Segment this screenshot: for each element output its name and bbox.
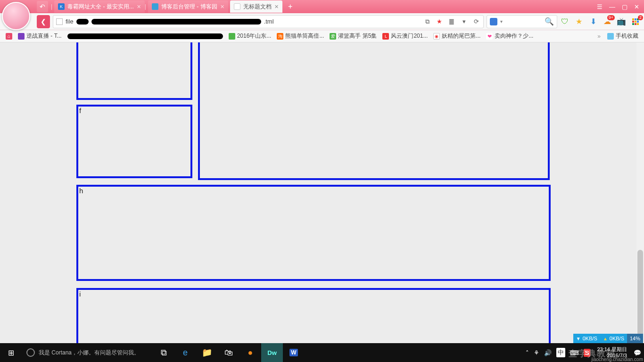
search-engine-icon — [490, 18, 497, 25]
notifications-icon[interactable]: 💬 — [634, 349, 641, 356]
bookmark-item[interactable]: 逆战直播 - T... — [16, 32, 64, 41]
vertical-scrollbar[interactable] — [636, 42, 644, 343]
windows-taskbar: ⊞ 我是 Cortana，小娜。有问题尽管问我。 ⧉ e 📁 🛍 ● Dw W … — [0, 343, 644, 362]
upload-speed: ▲0KB/S — [600, 334, 627, 343]
bookmark-star-icon[interactable]: ★ — [574, 17, 584, 26]
tv-icon[interactable]: 📺 — [617, 17, 626, 26]
titlebar-nav: ↶ | — [37, 1, 52, 12]
new-tab-button[interactable]: + — [285, 1, 296, 12]
overflow-chevron-icon[interactable]: » — [594, 33, 603, 40]
down-arrow-icon: ▼ — [576, 336, 581, 341]
refresh-icon[interactable]: ⟳ — [472, 17, 480, 26]
cortana-search[interactable]: 我是 Cortana，小娜。有问题尽管问我。 — [22, 343, 144, 362]
extension-icons: 🛡 ★ ⬇ ☁ 9+ 📺 2 — [560, 17, 640, 26]
bookmark-label: 逆战直播 - T... — [26, 32, 62, 40]
minimize-icon[interactable]: — — [609, 3, 615, 10]
bookmarks-bar: ⌂ 逆战直播 - T... 2016年山东... 淘熊猫单筒高倍... 爱灌篮高… — [0, 30, 644, 42]
layout-box-f: f — [76, 105, 192, 178]
home-bookmark[interactable]: ⌂ — [4, 32, 14, 41]
back-button[interactable]: ❮ — [37, 15, 50, 28]
separator: | — [145, 3, 146, 10]
window-controls: ☰ — ▢ ✕ — [594, 0, 642, 13]
bookmark-label: 风云澳门201... — [391, 32, 428, 40]
ime-indicator[interactable]: 中 — [556, 348, 565, 357]
bookmark-item[interactable]: 爱灌篮高手 第5集 — [328, 32, 379, 41]
undo-icon[interactable]: ↶ — [37, 1, 48, 12]
task-view-icon[interactable]: ⧉ — [153, 343, 174, 362]
tab-title: 博客后台管理 - 博客园 — [161, 3, 217, 11]
bookmark-item[interactable]: ◉妖精的尾巴第... — [431, 32, 482, 41]
page-viewport: f h i — [0, 42, 636, 343]
close-icon[interactable]: ✕ — [274, 4, 279, 10]
file-explorer-icon[interactable]: 📁 — [196, 343, 218, 362]
browser-app-icon[interactable]: ● — [239, 343, 261, 362]
start-button[interactable]: ⊞ — [0, 343, 22, 362]
apps-grid-icon[interactable]: 2 — [631, 17, 640, 26]
bookmark-item[interactable]: 2016年山东... — [227, 32, 273, 41]
redacted-text — [67, 33, 223, 39]
cloud-icon[interactable]: ☁ 9+ — [603, 17, 612, 26]
bookmark-item[interactable]: ❤卖肉神作？少... — [484, 32, 535, 41]
url-right-controls: ⧉ ★ ䷀ ▾ ⟳ — [423, 17, 480, 26]
bookmark-item[interactable]: L风云澳门201... — [380, 32, 429, 41]
bookmark-label: 妖精的尾巴第... — [442, 32, 480, 40]
watermark-url: jiaocheng.chazidian.com — [591, 357, 643, 362]
volume-icon[interactable]: 🔊 — [544, 349, 552, 356]
cortana-icon — [26, 348, 35, 357]
browser-titlebar: ↶ | K 毒霸网址大全 - 最安实用... ✕ | 博客后台管理 - 博客园 … — [0, 0, 644, 13]
url-input[interactable]: file .tml ⧉ ★ ䷀ ▾ ⟳ — [53, 15, 484, 28]
maximize-icon[interactable]: ▢ — [622, 3, 627, 10]
tab-2-active[interactable]: 无标题文档 ✕ — [230, 0, 282, 13]
box-label: f — [79, 107, 81, 115]
bookmark-item[interactable]: 淘熊猫单筒高倍... — [275, 32, 326, 41]
redacted-text — [91, 19, 261, 25]
network-indicator[interactable]: ▼0KB/S ▲0KB/S 14% — [573, 334, 643, 343]
close-window-icon[interactable]: ✕ — [634, 3, 639, 10]
separator: | — [51, 3, 52, 10]
up-arrow-icon: ▲ — [603, 336, 608, 341]
bookmark-redacted[interactable] — [66, 32, 225, 41]
bookmark-label: 灌篮高手 第5集 — [338, 32, 377, 40]
tab-title: 毒霸网址大全 - 最安实用... — [67, 3, 134, 11]
box-label: i — [79, 290, 81, 298]
download-icon[interactable]: ⬇ — [588, 17, 598, 26]
bookmark-label: 卖肉神作？少... — [495, 32, 533, 40]
close-icon[interactable]: ✕ — [137, 4, 141, 10]
tray-chevron-up-icon[interactable]: ˄ — [526, 349, 529, 356]
shield-icon[interactable]: 🛡 — [560, 17, 570, 26]
favorite-star-icon[interactable]: ★ — [435, 17, 444, 26]
tab-0[interactable]: K 毒霸网址大全 - 最安实用... ✕ — [54, 0, 145, 13]
value: 0KB/S — [583, 336, 597, 341]
badge: 2 — [638, 15, 643, 20]
edge-icon[interactable]: e — [174, 343, 196, 362]
badge: 9+ — [607, 15, 615, 20]
bookmark-label: 熊猫单筒高倍... — [285, 32, 324, 40]
chevron-down-icon[interactable]: ▾ — [500, 19, 503, 24]
profile-avatar[interactable] — [2, 2, 30, 30]
mobile-bookmarks[interactable]: 手机收藏 — [605, 32, 640, 41]
tab-favicon — [152, 3, 158, 10]
readmode-icon[interactable]: ⧉ — [423, 17, 431, 26]
close-icon[interactable]: ✕ — [220, 4, 224, 10]
store-icon[interactable]: 🛍 — [218, 343, 239, 362]
value: 14% — [630, 336, 640, 341]
word-icon[interactable]: W — [283, 343, 305, 362]
search-icon[interactable]: 🔍 — [545, 17, 554, 26]
url-prefix: file — [66, 18, 74, 25]
tab-1[interactable]: 博客后台管理 - 博客园 ✕ — [148, 0, 228, 13]
dropdown-icon[interactable]: ▾ — [460, 17, 468, 26]
cortana-text: 我是 Cortana，小娜。有问题尽管问我。 — [39, 349, 140, 357]
layout-box-right — [198, 42, 550, 180]
layout-box-top-left — [76, 42, 192, 100]
page-icon — [56, 18, 63, 25]
translate-icon[interactable]: ䷀ — [447, 17, 456, 26]
dreamweaver-icon[interactable]: Dw — [261, 343, 283, 362]
tab-favicon-k: K — [58, 3, 65, 10]
url-suffix: .tml — [264, 18, 274, 25]
menu-icon[interactable]: ☰ — [597, 3, 603, 10]
network-icon[interactable]: ⚘ — [534, 349, 539, 356]
scrollbar-thumb[interactable] — [637, 250, 643, 337]
layout-box-h: h — [76, 185, 551, 281]
search-input[interactable]: ▾ 🔍 — [487, 15, 557, 28]
bookmark-label: 手机收藏 — [616, 32, 638, 40]
